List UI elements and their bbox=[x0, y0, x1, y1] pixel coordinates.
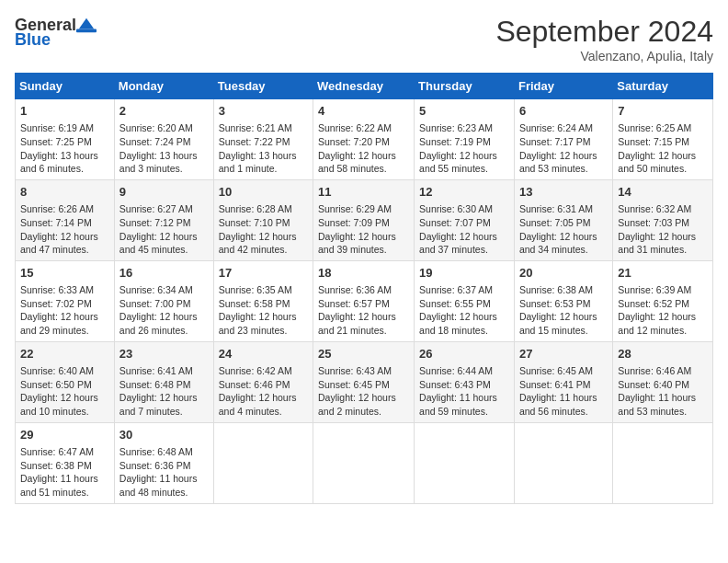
day-number: 17 bbox=[219, 265, 308, 282]
day-number: 28 bbox=[618, 346, 708, 362]
day-info: Sunrise: 6:43 AMSunset: 6:45 PMDaylight:… bbox=[318, 364, 409, 419]
day-info: Sunrise: 6:39 AMSunset: 6:52 PMDaylight:… bbox=[618, 283, 708, 338]
calendar-cell: 5Sunrise: 6:23 AMSunset: 7:19 PMDaylight… bbox=[415, 99, 515, 180]
day-info: Sunrise: 6:35 AMSunset: 6:58 PMDaylight:… bbox=[219, 283, 308, 338]
day-number: 5 bbox=[419, 103, 509, 120]
calendar-cell: 14Sunrise: 6:32 AMSunset: 7:03 PMDayligh… bbox=[613, 179, 713, 260]
day-info: Sunrise: 6:29 AMSunset: 7:09 PMDaylight:… bbox=[318, 202, 409, 257]
logo: General Blue bbox=[15, 15, 97, 48]
calendar-cell: 27Sunrise: 6:45 AMSunset: 6:41 PMDayligh… bbox=[514, 341, 612, 422]
calendar-cell: 3Sunrise: 6:21 AMSunset: 7:22 PMDaylight… bbox=[213, 99, 313, 180]
day-number: 22 bbox=[20, 346, 109, 362]
calendar-table: SundayMondayTuesdayWednesdayThursdayFrid… bbox=[15, 73, 713, 504]
calendar-cell: 29Sunrise: 6:47 AMSunset: 6:38 PMDayligh… bbox=[16, 422, 115, 503]
day-info: Sunrise: 6:19 AMSunset: 7:25 PMDaylight:… bbox=[20, 121, 109, 176]
calendar-cell bbox=[514, 422, 612, 503]
day-number: 30 bbox=[119, 427, 209, 443]
day-number: 18 bbox=[318, 265, 409, 282]
calendar-cell: 28Sunrise: 6:46 AMSunset: 6:40 PMDayligh… bbox=[613, 341, 713, 422]
calendar-cell: 30Sunrise: 6:48 AMSunset: 6:36 PMDayligh… bbox=[114, 422, 213, 503]
day-info: Sunrise: 6:22 AMSunset: 7:20 PMDaylight:… bbox=[318, 121, 409, 176]
calendar-cell bbox=[613, 422, 713, 503]
calendar-cell: 8Sunrise: 6:26 AMSunset: 7:14 PMDaylight… bbox=[16, 179, 115, 260]
calendar-cell: 21Sunrise: 6:39 AMSunset: 6:52 PMDayligh… bbox=[613, 260, 713, 341]
calendar-cell: 2Sunrise: 6:20 AMSunset: 7:24 PMDaylight… bbox=[114, 99, 213, 180]
day-info: Sunrise: 6:36 AMSunset: 6:57 PMDaylight:… bbox=[318, 283, 409, 338]
calendar-cell: 26Sunrise: 6:44 AMSunset: 6:43 PMDayligh… bbox=[415, 341, 515, 422]
day-info: Sunrise: 6:45 AMSunset: 6:41 PMDaylight:… bbox=[519, 364, 608, 419]
day-info: Sunrise: 6:24 AMSunset: 7:17 PMDaylight:… bbox=[519, 121, 608, 176]
day-number: 10 bbox=[219, 184, 308, 201]
day-number: 8 bbox=[20, 184, 109, 201]
day-info: Sunrise: 6:30 AMSunset: 7:07 PMDaylight:… bbox=[419, 202, 509, 257]
day-info: Sunrise: 6:44 AMSunset: 6:43 PMDaylight:… bbox=[419, 364, 509, 419]
day-number: 29 bbox=[20, 427, 109, 443]
day-number: 23 bbox=[119, 346, 209, 362]
calendar-cell: 9Sunrise: 6:27 AMSunset: 7:12 PMDaylight… bbox=[114, 179, 213, 260]
day-info: Sunrise: 6:37 AMSunset: 6:55 PMDaylight:… bbox=[419, 283, 509, 338]
day-info: Sunrise: 6:27 AMSunset: 7:12 PMDaylight:… bbox=[119, 202, 209, 257]
calendar-cell: 25Sunrise: 6:43 AMSunset: 6:45 PMDayligh… bbox=[313, 341, 415, 422]
col-header-monday: Monday bbox=[114, 74, 213, 99]
logo-blue: Blue bbox=[15, 31, 51, 48]
calendar-cell bbox=[313, 422, 415, 503]
day-info: Sunrise: 6:38 AMSunset: 6:53 PMDaylight:… bbox=[519, 283, 608, 338]
day-info: Sunrise: 6:23 AMSunset: 7:19 PMDaylight:… bbox=[419, 121, 509, 176]
calendar-cell: 19Sunrise: 6:37 AMSunset: 6:55 PMDayligh… bbox=[415, 260, 515, 341]
day-number: 6 bbox=[519, 103, 608, 120]
col-header-friday: Friday bbox=[514, 74, 612, 99]
day-info: Sunrise: 6:28 AMSunset: 7:10 PMDaylight:… bbox=[219, 202, 308, 257]
col-header-wednesday: Wednesday bbox=[313, 74, 415, 99]
day-info: Sunrise: 6:48 AMSunset: 6:36 PMDaylight:… bbox=[119, 445, 209, 500]
calendar-cell: 24Sunrise: 6:42 AMSunset: 6:46 PMDayligh… bbox=[213, 341, 313, 422]
day-number: 16 bbox=[119, 265, 209, 282]
day-info: Sunrise: 6:21 AMSunset: 7:22 PMDaylight:… bbox=[219, 121, 308, 176]
day-info: Sunrise: 6:33 AMSunset: 7:02 PMDaylight:… bbox=[20, 283, 109, 338]
day-info: Sunrise: 6:20 AMSunset: 7:24 PMDaylight:… bbox=[119, 121, 209, 176]
day-info: Sunrise: 6:26 AMSunset: 7:14 PMDaylight:… bbox=[20, 202, 109, 257]
day-info: Sunrise: 6:47 AMSunset: 6:38 PMDaylight:… bbox=[20, 445, 109, 500]
day-number: 25 bbox=[318, 346, 409, 362]
page-header: General Blue September 2024 Valenzano, A… bbox=[15, 15, 713, 63]
day-info: Sunrise: 6:41 AMSunset: 6:48 PMDaylight:… bbox=[119, 364, 209, 419]
day-info: Sunrise: 6:32 AMSunset: 7:03 PMDaylight:… bbox=[618, 202, 708, 257]
day-number: 20 bbox=[519, 265, 608, 282]
day-info: Sunrise: 6:46 AMSunset: 6:40 PMDaylight:… bbox=[618, 364, 708, 419]
calendar-cell: 18Sunrise: 6:36 AMSunset: 6:57 PMDayligh… bbox=[313, 260, 415, 341]
day-info: Sunrise: 6:42 AMSunset: 6:46 PMDaylight:… bbox=[219, 364, 308, 419]
day-number: 19 bbox=[419, 265, 509, 282]
day-number: 27 bbox=[519, 346, 608, 362]
day-number: 15 bbox=[20, 265, 109, 282]
calendar-cell: 17Sunrise: 6:35 AMSunset: 6:58 PMDayligh… bbox=[213, 260, 313, 341]
day-number: 13 bbox=[519, 184, 608, 201]
col-header-sunday: Sunday bbox=[16, 74, 115, 99]
calendar-week-row: 8Sunrise: 6:26 AMSunset: 7:14 PMDaylight… bbox=[16, 179, 713, 260]
calendar-cell: 6Sunrise: 6:24 AMSunset: 7:17 PMDaylight… bbox=[514, 99, 612, 180]
calendar-cell bbox=[415, 422, 515, 503]
calendar-cell bbox=[213, 422, 313, 503]
location-subtitle: Valenzano, Apulia, Italy bbox=[495, 49, 713, 63]
calendar-week-row: 29Sunrise: 6:47 AMSunset: 6:38 PMDayligh… bbox=[16, 422, 713, 503]
day-number: 1 bbox=[20, 103, 109, 120]
day-info: Sunrise: 6:34 AMSunset: 7:00 PMDaylight:… bbox=[119, 283, 209, 338]
calendar-cell: 16Sunrise: 6:34 AMSunset: 7:00 PMDayligh… bbox=[114, 260, 213, 341]
calendar-week-row: 15Sunrise: 6:33 AMSunset: 7:02 PMDayligh… bbox=[16, 260, 713, 341]
calendar-cell: 1Sunrise: 6:19 AMSunset: 7:25 PMDaylight… bbox=[16, 99, 115, 180]
day-number: 26 bbox=[419, 346, 509, 362]
day-info: Sunrise: 6:31 AMSunset: 7:05 PMDaylight:… bbox=[519, 202, 608, 257]
day-number: 9 bbox=[119, 184, 209, 201]
col-header-tuesday: Tuesday bbox=[213, 74, 313, 99]
month-title: September 2024 bbox=[495, 15, 713, 49]
calendar-week-row: 1Sunrise: 6:19 AMSunset: 7:25 PMDaylight… bbox=[16, 99, 713, 180]
calendar-cell: 7Sunrise: 6:25 AMSunset: 7:15 PMDaylight… bbox=[613, 99, 713, 180]
day-number: 12 bbox=[419, 184, 509, 201]
day-number: 11 bbox=[318, 184, 409, 201]
svg-rect-0 bbox=[76, 29, 97, 33]
calendar-cell: 20Sunrise: 6:38 AMSunset: 6:53 PMDayligh… bbox=[514, 260, 612, 341]
calendar-cell: 22Sunrise: 6:40 AMSunset: 6:50 PMDayligh… bbox=[16, 341, 115, 422]
calendar-cell: 13Sunrise: 6:31 AMSunset: 7:05 PMDayligh… bbox=[514, 179, 612, 260]
calendar-cell: 10Sunrise: 6:28 AMSunset: 7:10 PMDayligh… bbox=[213, 179, 313, 260]
calendar-week-row: 22Sunrise: 6:40 AMSunset: 6:50 PMDayligh… bbox=[16, 341, 713, 422]
logo-icon bbox=[76, 15, 97, 35]
day-info: Sunrise: 6:40 AMSunset: 6:50 PMDaylight:… bbox=[20, 364, 109, 419]
